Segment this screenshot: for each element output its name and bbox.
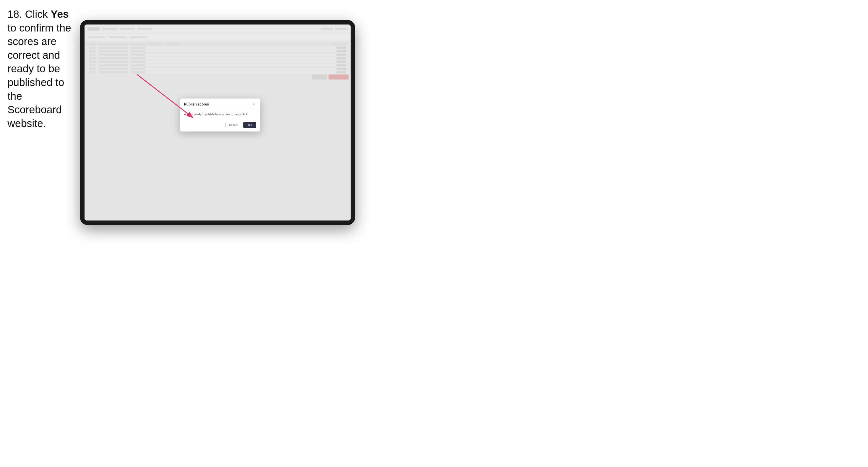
step-number: 18. bbox=[7, 8, 22, 20]
bold-word: Yes bbox=[51, 8, 69, 20]
yes-button[interactable]: Yes bbox=[243, 122, 256, 128]
tablet-device: / / bbox=[80, 20, 355, 225]
tablet-screen: / / bbox=[85, 25, 350, 220]
modal-footer: Cancel Yes bbox=[180, 120, 260, 131]
instruction-text: 18. Click Yes to confirm the scores are … bbox=[7, 7, 78, 130]
modal-close-button[interactable]: × bbox=[252, 102, 256, 106]
modal-backdrop: Publish scores × Are you ready to publis… bbox=[85, 25, 350, 220]
modal-body: Are you ready to publish these scores to… bbox=[180, 109, 260, 120]
modal-header: Publish scores × bbox=[180, 98, 260, 109]
cancel-button[interactable]: Cancel bbox=[225, 122, 241, 128]
publish-scores-modal: Publish scores × Are you ready to publis… bbox=[180, 98, 260, 131]
modal-title: Publish scores bbox=[184, 102, 209, 106]
